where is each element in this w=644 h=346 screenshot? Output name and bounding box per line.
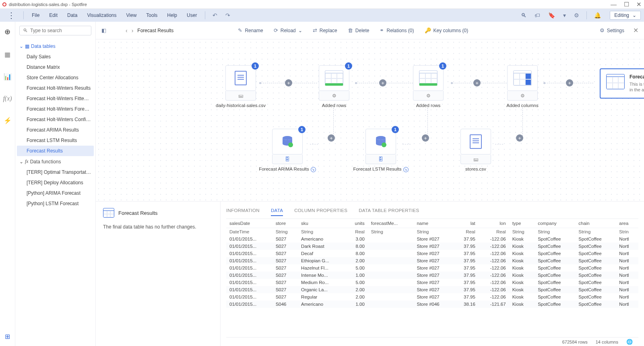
tree-item[interactable]: Daily Sales (15, 51, 95, 62)
close-panel-button[interactable]: ✕ (633, 27, 638, 34)
add-step-button[interactable]: + (516, 134, 523, 142)
mode-dropdown[interactable]: Editing ⌄ (610, 11, 641, 20)
function-node[interactable]: 1 🗄 Forecast LSTM Results↘ (365, 129, 396, 172)
tab-datatable-properties[interactable]: DATA TABLE PROPERTIES (359, 208, 419, 216)
menu-data[interactable]: Data (63, 11, 81, 20)
filter-icon[interactable]: ▾ (560, 10, 569, 20)
table-row[interactable]: 01/01/2015...S027Dark Roast8.00Store #02… (226, 243, 638, 250)
undo-button[interactable]: ↶ (209, 10, 221, 20)
column-header[interactable]: type (509, 219, 535, 228)
table-row[interactable]: 01/01/2015...S046Americano1.00Store #046… (226, 301, 638, 308)
reload-button[interactable]: ⟳Reload⌄ (272, 26, 304, 35)
tree-item[interactable]: [TERR] Optimal Transportation B... (15, 167, 95, 177)
tree-datafunctions-header[interactable]: ⌄ fx Data functions (15, 156, 95, 167)
add-step-button[interactable]: + (473, 79, 481, 86)
tree-item[interactable]: Forecast Holt-Winters Results (15, 83, 95, 93)
tree-item[interactable]: [Python] ARIMA Forecast (15, 188, 95, 198)
table-icon[interactable]: ▦ (4, 51, 10, 58)
tree-item[interactable]: Forecast LSTM Results (15, 135, 95, 146)
table-row[interactable]: 01/01/2015...S027Regular2.00Store #02737… (226, 293, 638, 301)
close-button[interactable]: ✕ (636, 1, 642, 8)
fx-icon[interactable]: f(x) (3, 95, 12, 102)
tree-datatables-header[interactable]: ⌄ ▦ Data tables (15, 41, 95, 51)
table-row[interactable]: 01/01/2015...S027Decaf8.00Store #02737.9… (226, 250, 638, 257)
redo-button[interactable]: ↷ (222, 10, 233, 20)
bookmark-icon[interactable]: 🔖 (545, 10, 558, 20)
table-row[interactable]: 01/01/2015...S027Intense Mo...1.00Store … (226, 272, 638, 279)
goto-icon[interactable]: ↘ (403, 167, 409, 172)
add-step-button[interactable]: + (566, 79, 573, 86)
menu-tools[interactable]: Tools (142, 11, 161, 20)
tab-data[interactable]: DATA (271, 208, 283, 216)
chart-icon[interactable]: 📊 (4, 73, 12, 80)
column-header[interactable]: company (535, 219, 575, 228)
search-box[interactable]: 🔍︎ (19, 26, 91, 35)
source-node[interactable]: 🖴 stores.csv (460, 129, 491, 171)
add-step-button[interactable]: + (422, 134, 429, 142)
column-header[interactable]: sku (298, 219, 345, 228)
goto-icon[interactable]: ↘ (311, 167, 316, 172)
tree-item[interactable]: Forecast Holt-Winters Fitted Line... (15, 93, 95, 104)
keycolumns-button[interactable]: 🔑Key columns (0) (423, 26, 470, 35)
minimize-button[interactable]: — (611, 1, 617, 8)
tree-item[interactable]: Distance Matrix (15, 62, 95, 72)
function-node[interactable]: 1 🗄 Forecast ARIMA Results↘ (272, 129, 303, 172)
menu-help[interactable]: Help (163, 11, 181, 20)
transform-node[interactable]: 1 ⚙ Added rows (413, 65, 444, 108)
result-node[interactable]: Forecast Results This is the data table … (600, 68, 644, 99)
tree-item[interactable]: Forecast Holt-Winters Forecast L... (15, 104, 95, 114)
bolt-icon[interactable]: ⚡ (4, 117, 12, 124)
transform-node[interactable]: 1 ⚙ Added rows (319, 65, 349, 108)
settings-icon[interactable]: ⚙ (571, 10, 582, 20)
tab-information[interactable]: INFORMATION (226, 208, 260, 216)
column-header[interactable]: units (345, 219, 368, 228)
add-icon[interactable]: ⊕ (4, 27, 10, 36)
globe-icon[interactable]: 🌐 (626, 339, 633, 345)
menu-visualizations[interactable]: Visualizations (83, 11, 120, 20)
settings-button[interactable]: ⚙Settings (598, 26, 626, 35)
app-menu-button[interactable]: ⋮ (3, 10, 19, 20)
column-header[interactable]: name (413, 219, 454, 228)
column-header[interactable]: forecastMe... (368, 219, 414, 228)
add-step-button[interactable]: + (379, 79, 386, 86)
source-node[interactable]: 1 🖴 daily-historical-sales.csv (225, 65, 256, 108)
replace-button[interactable]: ⇄Replace (311, 26, 339, 35)
add-step-button[interactable]: + (328, 134, 335, 142)
puzzle-icon[interactable]: ⊞ (5, 333, 10, 340)
table-row[interactable]: 01/01/2015...S027Medium Ro...5.00Store #… (226, 279, 638, 286)
forward-button[interactable]: › (132, 27, 134, 34)
rename-button[interactable]: ✎Rename (236, 26, 264, 35)
column-header[interactable]: area (616, 219, 638, 228)
data-canvas[interactable]: + + + + + + + 1 🖴 daily-historical-sales… (96, 39, 644, 201)
menu-user[interactable]: User (183, 11, 201, 20)
menu-edit[interactable]: Edit (45, 11, 62, 20)
column-header[interactable]: store (272, 219, 298, 228)
menu-view[interactable]: View (122, 11, 141, 20)
tree-item[interactable]: Forecast Results (17, 146, 94, 156)
column-header[interactable]: lon (479, 219, 509, 228)
maximize-button[interactable]: ☐ (624, 1, 629, 8)
search-icon[interactable]: 🔍︎ (518, 10, 530, 20)
menu-file[interactable]: File (28, 11, 43, 20)
table-row[interactable]: 01/01/2015...S027Americano3.00Store #027… (226, 235, 638, 243)
table-row[interactable]: 01/01/2015...S027Ethiopian G...2.00Store… (226, 257, 638, 264)
tree-item[interactable]: [TERR] Deploy Allocations (15, 177, 95, 188)
alert-icon[interactable]: 🔔 (591, 10, 604, 20)
delete-button[interactable]: 🗑Delete (346, 26, 371, 35)
column-header[interactable]: salesDate (226, 219, 272, 228)
relations-button[interactable]: ⚭Relations (0) (378, 26, 415, 35)
column-header[interactable]: chain (575, 219, 616, 228)
tab-column-properties[interactable]: COLUMN PROPERTIES (294, 208, 347, 216)
tag-icon[interactable]: 🏷 (531, 10, 543, 20)
transform-node[interactable]: ⚙ Added columns (507, 65, 538, 108)
tree-item[interactable]: Forecast ARIMA Results (15, 125, 95, 135)
panel-icon[interactable]: ◧ (101, 27, 106, 33)
column-header[interactable]: lat (454, 219, 479, 228)
add-step-button[interactable]: + (285, 79, 292, 86)
tree-item[interactable]: Store Center Allocations (15, 72, 95, 83)
table-row[interactable]: 01/01/2015...S027Organic La...2.00Store … (226, 286, 638, 293)
tree-item[interactable]: [Python] LSTM Forecast (15, 198, 95, 209)
tree-item[interactable]: Forecast Holt-Winters Confidenc... (15, 114, 95, 125)
table-row[interactable]: 01/01/2015...S027Hazelnut Fl...5.00Store… (226, 264, 638, 272)
search-input[interactable] (30, 28, 91, 33)
